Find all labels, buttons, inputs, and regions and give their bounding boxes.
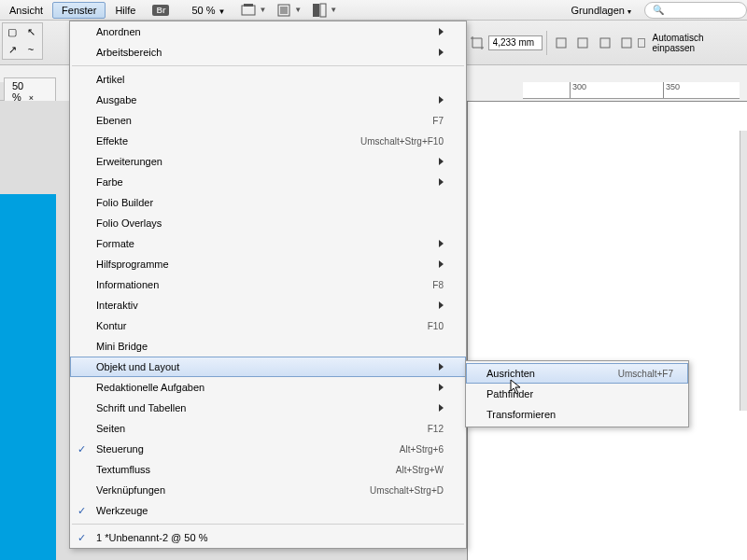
zoom-level[interactable]: 50 %▼: [186, 3, 231, 18]
submenu-arrow-icon: [439, 363, 444, 371]
tools-palette: ▢ ↖ ↗ ~: [2, 22, 43, 60]
menu-item[interactable]: VerknüpfungenUmschalt+Strg+D: [70, 480, 466, 500]
svg-rect-3: [280, 7, 288, 14]
panel-dock[interactable]: [740, 131, 747, 411]
submenu-arrow-icon: [439, 28, 444, 35]
menu-item[interactable]: Farbe: [70, 172, 466, 192]
crop-icon[interactable]: [467, 33, 486, 53]
workspace-selector[interactable]: Grundlagen ▾: [563, 3, 639, 18]
svg-rect-0: [242, 6, 255, 15]
chevron-down-icon: ▼: [330, 6, 337, 14]
menu-item[interactable]: ✓Werkzeuge: [70, 500, 466, 521]
menu-item-label: Objekt und Layout: [96, 361, 431, 372]
document-page[interactable]: [467, 101, 747, 560]
menu-item[interactable]: KonturF10: [70, 315, 466, 336]
menu-item[interactable]: Mini Bridge: [70, 336, 466, 357]
menu-item[interactable]: ✓SteuerungAlt+Strg+6: [70, 439, 466, 459]
menu-item[interactable]: InformationenF8: [70, 274, 466, 295]
menu-item[interactable]: Anordnen: [70, 21, 466, 42]
menubar: Ansicht Fenster Hilfe Br 50 %▼ ▼ ▼ ▼ Gru…: [0, 0, 747, 21]
svg-rect-10: [600, 38, 610, 48]
menu-item-label: Erweiterungen: [96, 156, 431, 167]
menu-item-label: Folio Builder: [96, 197, 444, 208]
tool-icon[interactable]: ↖: [21, 23, 40, 40]
check-icon: ✓: [78, 532, 86, 544]
align-icon[interactable]: [616, 33, 636, 53]
ruler-tick: 350: [663, 82, 680, 98]
bridge-badge[interactable]: Br: [152, 5, 169, 16]
menu-shortcut: Umschalt+Strg+D: [370, 485, 444, 496]
menu-shortcut: F7: [432, 116, 444, 126]
screen-mode-icon[interactable]: [274, 0, 294, 21]
submenu-arrow-icon: [439, 384, 444, 391]
align-icon[interactable]: [595, 33, 614, 53]
tool-icon[interactable]: ~: [21, 41, 40, 58]
arrange-icon[interactable]: [309, 0, 330, 21]
align-icon[interactable]: [573, 33, 593, 53]
submenu-arrow-icon: [439, 240, 444, 247]
menu-item[interactable]: Interaktiv: [70, 295, 466, 315]
svg-rect-11: [622, 38, 631, 48]
menu-item[interactable]: TextumflussAlt+Strg+W: [70, 459, 466, 480]
document-tab-bar: 50 %×: [0, 82, 56, 101]
submenu-arrow-icon: [439, 96, 444, 104]
menu-item[interactable]: Erweiterungen: [70, 151, 466, 172]
tool-icon[interactable]: ▢: [3, 23, 21, 40]
menu-item-label: Farbe: [96, 176, 431, 188]
svg-rect-1: [244, 4, 253, 7]
menu-item-label: Mini Bridge: [96, 341, 444, 352]
menu-item-label: Hilfsprogramme: [96, 259, 431, 270]
menu-item[interactable]: Objekt und Layout: [70, 357, 466, 377]
submenu-arrow-icon: [439, 178, 444, 186]
menu-item[interactable]: Hilfsprogramme: [70, 254, 466, 274]
menu-item-label: Informationen: [96, 279, 432, 290]
menu-item-label: Werkzeuge: [96, 505, 444, 516]
menu-item-label: Ausgabe: [96, 94, 431, 105]
check-icon: ✓: [78, 505, 86, 517]
menu-item-label: Schrift und Tabellen: [96, 402, 431, 413]
check-icon: ✓: [78, 443, 86, 455]
menu-item[interactable]: Redaktionelle Aufgaben: [70, 377, 466, 398]
submenu-item[interactable]: Pathfinder: [466, 384, 688, 404]
submenu-item[interactable]: Transformieren: [466, 404, 688, 425]
menu-item[interactable]: SeitenF12: [70, 418, 466, 439]
menu-item[interactable]: EbenenF7: [70, 110, 466, 131]
menu-item[interactable]: Arbeitsbereich: [70, 42, 466, 63]
menu-item[interactable]: Ausgabe: [70, 90, 466, 110]
search-input[interactable]: 🔍: [644, 2, 747, 19]
align-icon[interactable]: [551, 33, 571, 53]
submenu-arrow-icon: [439, 49, 444, 56]
search-icon: 🔍: [653, 5, 664, 15]
objekt-layout-submenu: AusrichtenUmschalt+F7PathfinderTransform…: [465, 360, 689, 427]
autofit-checkbox[interactable]: [638, 38, 646, 48]
menu-item[interactable]: EffekteUmschalt+Strg+F10: [70, 131, 466, 151]
menu-separator: [72, 65, 464, 66]
chevron-down-icon: ▼: [294, 6, 302, 14]
menu-item-label: Arbeitsbereich: [96, 47, 431, 58]
submenu-item[interactable]: AusrichtenUmschalt+F7: [466, 363, 688, 384]
submenu-arrow-icon: [439, 301, 444, 309]
cursor-icon: [510, 379, 523, 398]
menu-item[interactable]: Folio Overlays: [70, 213, 466, 233]
menu-item[interactable]: Schrift und Tabellen: [70, 398, 466, 418]
menu-ansicht[interactable]: Ansicht: [0, 2, 52, 19]
autofit-label: Automatisch einpassen: [652, 33, 736, 53]
menu-item[interactable]: Folio Builder: [70, 192, 466, 213]
view-options-icon[interactable]: [238, 0, 259, 21]
submenu-arrow-icon: [439, 404, 444, 412]
menu-item[interactable]: Artikel: [70, 69, 466, 90]
menu-item-label: Verknüpfungen: [96, 484, 370, 496]
menu-item-label: Ebenen: [96, 115, 432, 126]
menu-item-label: Folio Overlays: [96, 217, 444, 229]
menu-fenster[interactable]: Fenster: [52, 2, 106, 19]
tool-icon[interactable]: ↗: [3, 41, 21, 58]
measure-input[interactable]: [488, 35, 543, 50]
menu-item-label: Effekte: [96, 135, 360, 147]
menu-item[interactable]: Formate: [70, 233, 466, 254]
submenu-arrow-icon: [439, 158, 444, 165]
menu-item-label: Formate: [96, 238, 431, 249]
menu-item-label: Kontur: [96, 320, 428, 331]
selected-object[interactable]: [0, 194, 56, 560]
menu-hilfe[interactable]: Hilfe: [106, 2, 145, 19]
menu-item[interactable]: ✓1 *Unbenannt-2 @ 50 %: [70, 527, 466, 548]
